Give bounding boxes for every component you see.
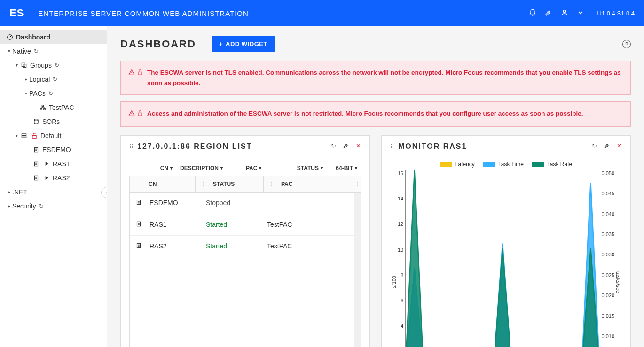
chevron-down-icon: ▾ [23,88,29,99]
page-icon [32,147,40,153]
nav-ras2-label: RAS2 [53,173,70,183]
close-icon[interactable]: ✕ [617,142,622,150]
region-list-widget: ⠿ 127.0.0.1:86 REGION LIST ↻ ✕ CN▾ DESCR… [120,135,370,347]
nav-security-label: Security [12,201,36,211]
legend-tasktime[interactable]: Task Time [483,161,524,168]
nav-pacs[interactable]: ▾ PACs ↻ [0,86,107,100]
chevron-right-icon: ▸ [6,187,12,197]
nav-default[interactable]: ▾ Default [0,129,107,143]
svg-rect-5 [40,108,42,110]
warning-icon [128,69,135,79]
vertical-scrollbar[interactable] [354,193,361,347]
chevron-down-icon: ▾ [6,46,12,56]
nav-sors-label: SORs [42,116,60,127]
chevron-down-icon[interactable] [577,9,584,18]
version-label: U1.0.4 S1.0.4 [597,10,635,17]
legend-taskrate[interactable]: Task Rate [532,161,572,168]
table-row[interactable]: ESDEMOStopped [130,193,361,214]
col-64bit[interactable]: 64-BIT [336,165,353,171]
refresh-icon[interactable]: ↻ [34,46,39,56]
chevron-down-icon: ▾ [170,165,173,170]
table-row[interactable]: RAS2StartedTestPAC [130,236,361,257]
nav-esdemo[interactable]: ESDEMO [0,143,107,157]
wrench-icon[interactable] [545,9,552,18]
refresh-icon[interactable]: ↻ [55,60,59,70]
subcol-status[interactable]: STATUS [213,181,235,187]
refresh-icon[interactable]: ↻ [39,201,44,211]
monitor-widget: ⠿ MONITOR RAS1 ↻ ✕ Latency Task Time T [381,135,631,347]
nav-ras1[interactable]: RAS1 [0,157,107,171]
user-icon[interactable] [561,9,568,18]
nav-logical-label: Logical [29,74,50,85]
table-row[interactable]: RAS1StartedTestPAC [130,214,361,236]
alert-access-text: Access and administration of the ESCWA s… [147,108,583,120]
nav-dotnet[interactable]: ▸ .NET [0,185,107,199]
app-logo: ES [9,7,24,19]
subcol-pac[interactable]: PAC [281,181,292,187]
chevron-right-icon: ▸ [6,201,12,211]
nav-logical[interactable]: ▸ Logical ↻ [0,72,107,86]
nav-dashboard-label: Dashboard [16,32,50,42]
y-axis-left-label: s/100 [390,276,398,288]
svg-rect-4 [42,105,44,107]
drag-handle-icon[interactable]: ⠿ [390,143,393,150]
subcol-cn[interactable]: CN [149,181,157,187]
nav-security[interactable]: ▸ Security ↻ [0,199,107,213]
legend-latency[interactable]: Latency [440,161,475,168]
page-header: DASHBOARD + ADD WIDGET ? [120,36,631,52]
col-pac[interactable]: PAC [246,165,257,171]
tree-icon [39,104,47,111]
svg-rect-3 [23,64,26,68]
nav-dashboard[interactable]: Dashboard [0,30,107,44]
refresh-icon[interactable]: ↻ [48,88,53,99]
legend-latency-label: Latency [455,161,475,168]
chevron-down-icon: ▾ [321,165,323,170]
server-icon [20,132,28,139]
close-icon[interactable]: ✕ [356,142,361,150]
refresh-icon[interactable]: ↻ [331,142,336,150]
svg-rect-8 [22,134,26,136]
chart-legend: Latency Task Time Task Rate [390,161,622,168]
drag-dots-icon[interactable]: ⋮ [269,181,274,186]
chart-plot [405,170,599,347]
region-table-body: ESDEMOStoppedRAS1StartedTestPACRAS2Start… [129,193,361,347]
chevron-down-icon: ▾ [13,60,20,70]
refresh-icon[interactable]: ↻ [592,142,597,150]
drag-dots-icon[interactable]: ⋮ [201,181,206,186]
column-header-row: CN▾ DESCRIPTION▾ PAC▾ STATUS▾ 64-BIT▾ [129,161,361,176]
nav-esdemo-label: ESDEMO [42,145,71,155]
nav-testpac[interactable]: TestPAC [0,100,107,115]
alert-tls-text: The ESCWA server is not TLS enabled. Com… [147,68,623,88]
nav-native[interactable]: ▾ Native ↻ [0,44,107,58]
col-cn[interactable]: CN [160,165,168,171]
svg-point-7 [34,119,38,121]
nav-ras2[interactable]: RAS2 [0,171,107,185]
col-description[interactable]: DESCRIPTION [180,165,219,171]
play-icon [42,175,51,181]
col-status[interactable]: STATUS [297,165,319,171]
unlock-icon [30,132,39,139]
nav-groups-label: Groups [30,60,52,70]
help-icon[interactable]: ? [622,40,631,48]
nav-groups[interactable]: ▾ Groups ↻ [0,58,107,72]
nav-sors[interactable]: SORs [0,115,107,129]
y-axis-right: 0.0500.0450.0400.0350.0300.0250.0200.015… [599,170,614,347]
chart-svg [406,170,599,347]
svg-point-0 [563,10,565,12]
add-widget-button[interactable]: + ADD WIDGET [212,36,275,52]
svg-rect-15 [138,113,142,116]
svg-marker-20 [406,170,599,347]
wrench-icon[interactable] [604,142,610,150]
wrench-icon[interactable] [343,142,349,150]
legend-taskrate-label: Task Rate [547,161,572,168]
unlock-icon [137,69,143,79]
drag-handle-icon[interactable]: ⠿ [129,143,133,150]
refresh-icon[interactable]: ↻ [53,74,57,85]
alert-access: Access and administration of the ESCWA s… [120,101,631,127]
chevron-down-icon: ▾ [220,165,223,170]
drag-dots-icon[interactable]: ⋮ [355,181,360,186]
gauge-icon [6,34,14,40]
legend-tasktime-label: Task Time [498,161,524,168]
bell-icon[interactable] [529,9,536,18]
page-icon [32,175,40,181]
